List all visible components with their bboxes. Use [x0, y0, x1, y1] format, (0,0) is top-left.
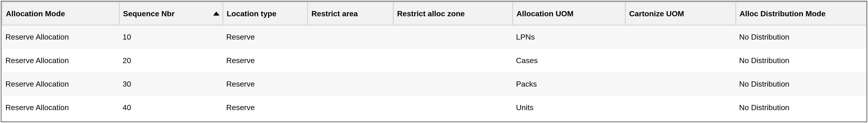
cell-cartonize-uom — [625, 72, 736, 96]
column-header-label: Sequence Nbr — [123, 9, 175, 18]
cell-restrict-area — [307, 49, 393, 72]
table-header-row: Allocation Mode Sequence Nbr Location ty… — [2, 2, 867, 25]
column-header-label: Allocation UOM — [517, 9, 574, 18]
table-row[interactable]: Reserve Allocation 40 Reserve Units No D… — [2, 96, 867, 119]
table-body: Reserve Allocation 10 Reserve LPNs No Di… — [2, 25, 867, 119]
cell-allocation-uom: Packs — [513, 72, 625, 96]
cell-sequence-nbr: 10 — [119, 25, 223, 49]
cell-restrict-alloc-zone — [393, 49, 513, 72]
cell-restrict-area — [307, 25, 393, 49]
column-header-label: Restrict alloc zone — [397, 9, 465, 18]
column-header-label: Alloc Distribution Mode — [740, 9, 826, 18]
cell-location-type: Reserve — [223, 72, 307, 96]
column-header-restrict-alloc-zone[interactable]: Restrict alloc zone — [393, 2, 513, 25]
cell-location-type: Reserve — [223, 96, 307, 119]
column-header-alloc-distribution-mode[interactable]: Alloc Distribution Mode — [736, 2, 867, 25]
column-header-location-type[interactable]: Location type — [223, 2, 307, 25]
table-row[interactable]: Reserve Allocation 10 Reserve LPNs No Di… — [2, 25, 867, 49]
cell-allocation-uom: Cases — [513, 49, 625, 72]
cell-cartonize-uom — [625, 49, 736, 72]
cell-allocation-mode: Reserve Allocation — [2, 25, 119, 49]
allocation-rules-table: Allocation Mode Sequence Nbr Location ty… — [2, 2, 867, 119]
cell-location-type: Reserve — [223, 49, 307, 72]
cell-restrict-alloc-zone — [393, 96, 513, 119]
allocation-rules-table-container: Allocation Mode Sequence Nbr Location ty… — [1, 1, 867, 122]
cell-restrict-area — [307, 72, 393, 96]
cell-allocation-mode: Reserve Allocation — [2, 49, 119, 72]
cell-restrict-alloc-zone — [393, 25, 513, 49]
cell-allocation-uom: Units — [513, 96, 625, 119]
column-header-allocation-uom[interactable]: Allocation UOM — [513, 2, 625, 25]
column-header-label: Restrict area — [311, 9, 358, 18]
table-row[interactable]: Reserve Allocation 30 Reserve Packs No D… — [2, 72, 867, 96]
column-header-label: Cartonize UOM — [629, 9, 684, 18]
cell-sequence-nbr: 20 — [119, 49, 223, 72]
cell-location-type: Reserve — [223, 25, 307, 49]
column-header-restrict-area[interactable]: Restrict area — [307, 2, 393, 25]
cell-restrict-area — [307, 96, 393, 119]
cell-cartonize-uom — [625, 96, 736, 119]
cell-allocation-mode: Reserve Allocation — [2, 96, 119, 119]
column-header-allocation-mode[interactable]: Allocation Mode — [2, 2, 119, 25]
cell-sequence-nbr: 40 — [119, 96, 223, 119]
cell-sequence-nbr: 30 — [119, 72, 223, 96]
cell-allocation-uom: LPNs — [513, 25, 625, 49]
cell-restrict-alloc-zone — [393, 72, 513, 96]
column-header-label: Allocation Mode — [6, 9, 65, 18]
cell-alloc-distribution-mode: No Distribution — [736, 72, 867, 96]
table-row[interactable]: Reserve Allocation 20 Reserve Cases No D… — [2, 49, 867, 72]
column-header-label: Location type — [227, 9, 277, 18]
cell-cartonize-uom — [625, 25, 736, 49]
cell-alloc-distribution-mode: No Distribution — [736, 96, 867, 119]
sort-ascending-icon — [213, 11, 219, 16]
column-header-cartonize-uom[interactable]: Cartonize UOM — [625, 2, 736, 25]
cell-allocation-mode: Reserve Allocation — [2, 72, 119, 96]
column-header-sequence-nbr[interactable]: Sequence Nbr — [119, 2, 223, 25]
cell-alloc-distribution-mode: No Distribution — [736, 25, 867, 49]
cell-alloc-distribution-mode: No Distribution — [736, 49, 867, 72]
